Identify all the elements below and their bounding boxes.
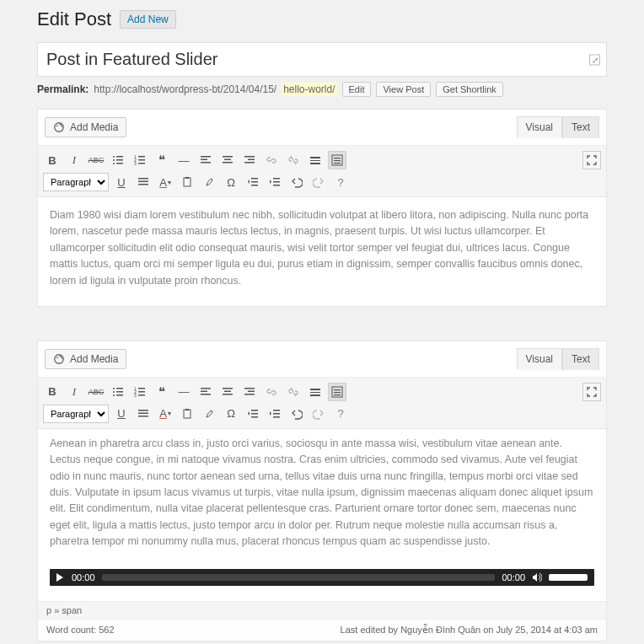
outdent-button[interactable] [244, 405, 262, 423]
svg-rect-5 [116, 159, 123, 161]
audio-player[interactable]: 00:00 00:00 [50, 569, 594, 586]
page-title: Edit Post [37, 8, 111, 30]
editor-panel: Add Media Visual Text B I ABC 123 ❝ — [37, 109, 607, 307]
strike-button[interactable]: ABC [87, 151, 105, 169]
align-left-button[interactable] [196, 151, 215, 169]
indent-button[interactable] [266, 173, 284, 191]
format-select-2[interactable]: Paragraph [43, 405, 109, 423]
bold-button[interactable]: B [43, 383, 62, 401]
svg-rect-75 [185, 409, 189, 411]
expand-icon[interactable]: ⤢ [589, 54, 600, 65]
unlink-button[interactable] [284, 383, 303, 401]
align-justify-button[interactable] [134, 173, 153, 191]
svg-rect-60 [223, 394, 233, 395]
redo-button[interactable] [309, 173, 328, 191]
blockquote-button[interactable]: ❝ [153, 383, 171, 401]
svg-text:3: 3 [134, 161, 137, 166]
hr-button[interactable]: — [174, 383, 193, 401]
underline-button[interactable]: U [112, 405, 131, 423]
post-title-input[interactable] [37, 42, 607, 77]
align-center-button[interactable] [218, 151, 237, 169]
special-char-button[interactable]: Ω [222, 173, 240, 191]
strike-button[interactable]: ABC [87, 383, 105, 401]
view-post-button[interactable]: View Post [376, 82, 431, 97]
indent-button[interactable] [266, 405, 284, 423]
audio-track[interactable] [102, 574, 496, 581]
align-center-button[interactable] [218, 383, 237, 401]
align-right-button[interactable] [240, 151, 259, 169]
svg-rect-70 [334, 394, 341, 395]
svg-rect-11 [138, 159, 145, 161]
italic-button[interactable]: I [65, 151, 83, 169]
add-media-button[interactable]: Add Media [45, 117, 126, 137]
more-button[interactable] [306, 151, 325, 169]
help-button[interactable]: ? [331, 405, 350, 423]
editor-content[interactable]: Diam 1980 wisi diam lorem vestibulum nec… [38, 197, 606, 306]
format-select[interactable]: Paragraph [43, 173, 109, 191]
toolbar-toggle-button[interactable] [328, 151, 346, 169]
special-char-button[interactable]: Ω [222, 405, 240, 423]
svg-rect-20 [244, 156, 255, 158]
editor-content-2[interactable]: Aenean in pharetra arcu class in, justo … [38, 429, 606, 562]
align-left-button[interactable] [196, 383, 215, 401]
toolbar-toggle-button[interactable] [328, 383, 346, 401]
numbered-list-button[interactable]: 123 [131, 383, 149, 401]
audio-total-time: 00:00 [502, 572, 525, 582]
fullscreen-icon-2[interactable] [582, 383, 601, 401]
more-button[interactable] [306, 383, 325, 401]
svg-rect-58 [223, 388, 233, 389]
svg-point-47 [113, 394, 115, 396]
play-icon[interactable] [56, 573, 65, 582]
svg-rect-22 [244, 162, 255, 164]
help-button[interactable]: ? [331, 173, 350, 191]
media-icon [53, 353, 65, 365]
clear-format-button[interactable] [200, 405, 218, 423]
tab-text[interactable]: Text [562, 116, 599, 138]
media-icon [53, 121, 65, 133]
add-new-button[interactable]: Add New [120, 10, 176, 29]
svg-rect-48 [116, 394, 123, 396]
underline-button[interactable]: U [112, 173, 131, 191]
textcolor-button[interactable]: A▾ [156, 405, 174, 423]
audio-current-time: 00:00 [72, 572, 95, 582]
svg-rect-28 [334, 160, 341, 161]
link-button[interactable] [262, 151, 281, 169]
undo-button[interactable] [287, 405, 306, 423]
tab-visual[interactable]: Visual [517, 116, 562, 138]
clear-format-button[interactable] [200, 173, 218, 191]
redo-button[interactable] [309, 405, 328, 423]
svg-rect-59 [224, 390, 231, 392]
textcolor-button[interactable]: A▾ [156, 173, 174, 191]
edit-permalink-button[interactable]: Edit [342, 82, 372, 97]
align-right-button[interactable] [240, 383, 259, 401]
svg-rect-29 [334, 163, 341, 164]
volume-slider[interactable] [549, 574, 588, 581]
add-media-button-2[interactable]: Add Media [45, 349, 126, 369]
unlink-button[interactable] [284, 151, 303, 169]
tab-visual-2[interactable]: Visual [517, 348, 562, 370]
svg-rect-73 [138, 416, 148, 417]
bulleted-list-button[interactable] [109, 383, 127, 401]
svg-rect-66 [310, 394, 320, 396]
svg-rect-44 [116, 388, 123, 389]
bold-button[interactable]: B [43, 151, 62, 169]
paste-text-button[interactable] [178, 405, 196, 423]
editor-panel-2: Add Media Visual Text B I ABC 123 ❝ — [37, 341, 607, 641]
numbered-list-button[interactable]: 123 [131, 151, 149, 169]
align-justify-button[interactable] [134, 405, 153, 423]
italic-button[interactable]: I [65, 383, 83, 401]
link-button[interactable] [262, 383, 281, 401]
get-shortlink-button[interactable]: Get Shortlink [436, 82, 503, 97]
fullscreen-icon[interactable] [582, 151, 601, 169]
volume-icon[interactable] [532, 572, 542, 582]
hr-button[interactable]: — [174, 151, 193, 169]
svg-point-42 [56, 357, 58, 358]
tab-text-2[interactable]: Text [562, 348, 599, 370]
outdent-button[interactable] [244, 173, 262, 191]
blockquote-button[interactable]: ❝ [153, 151, 171, 169]
bulleted-list-button[interactable] [109, 151, 127, 169]
svg-rect-19 [223, 162, 233, 164]
paste-text-button[interactable] [178, 173, 196, 191]
undo-button[interactable] [287, 173, 306, 191]
svg-rect-38 [273, 178, 280, 180]
